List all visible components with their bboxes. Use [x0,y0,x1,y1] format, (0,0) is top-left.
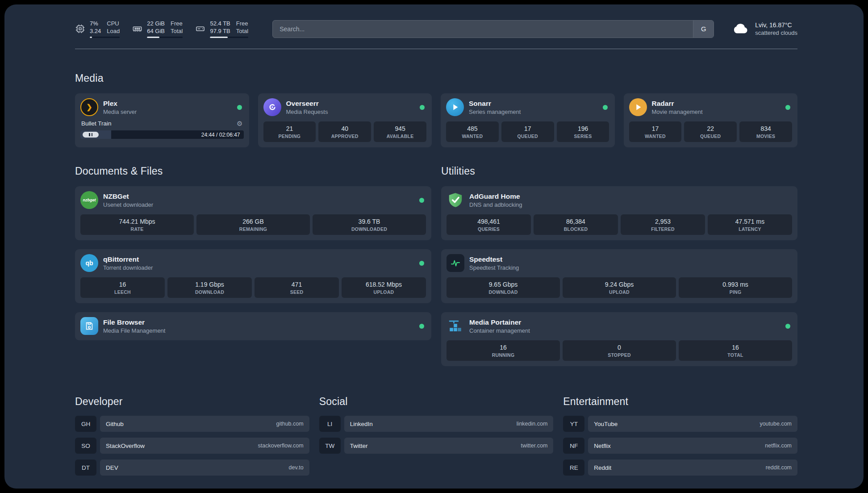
status-dot-online [420,105,425,110]
stat-tile: 0 STOPPED [563,340,676,361]
stat-tile: 86,384 BLOCKED [534,214,618,235]
section-utilities: Utilities [441,165,797,366]
bookmark-linkedin[interactable]: LI LinkedIn linkedin.com [319,416,554,432]
sonarr-icon [446,98,464,116]
disk-free-label: Free [236,20,248,27]
adguard-icon [447,191,464,209]
bookmark-youtube[interactable]: YT YouTube youtube.com [563,416,797,432]
bookmark-url: netflix.com [765,443,792,449]
service-card-overseerr[interactable]: Overseerr Media Requests 21 PENDING 40 A… [258,93,432,147]
service-description: Movie management [652,109,703,115]
gear-icon[interactable] [237,120,242,127]
now-playing-title: Bullet Train [81,120,112,127]
search-provider-button[interactable]: G [693,21,714,38]
stat-tile: 47.571 ms LATENCY [708,214,792,235]
service-description: Usenet downloader [103,201,153,208]
service-description: Media server [103,109,137,115]
section-title-utilities: Utilities [441,165,797,177]
memory-total-value: 64 GiB [147,27,165,35]
speedtest-icon [447,254,464,272]
playback-progress-bar[interactable]: 24:44 / 02:06:47 [80,130,244,139]
cpu-widget: 7% 3.24 CPU Load [75,20,120,38]
disk-widget: 52.4 TB 97.9 TB Free Total [195,20,248,38]
stat-tile: 498,461 QUERIES [447,214,531,235]
header-divider [75,49,797,49]
stat-tile: 1.19 Gbps DOWNLOAD [167,277,252,298]
service-card-plex[interactable]: Plex Media server Bullet Train [75,93,249,147]
bookmark-netflix[interactable]: NF Netflix netflix.com [563,438,797,454]
service-card-radarr[interactable]: Radarr Movie management 17 WANTED 22 QUE… [624,93,798,147]
stat-tile: 834 MOVIES [739,121,792,142]
cloud-icon [732,22,750,35]
cpu-usage-value: 7% [90,20,101,27]
cpu-icon [75,24,85,34]
stat-tile: 471 SEED [255,277,339,298]
search-input[interactable] [273,21,693,38]
service-card-nzbget[interactable]: nzbget NZBGet Usenet downloader 744.21 M… [75,186,431,240]
service-description: Torrent downloader [103,264,153,271]
filebrowser-icon [80,317,98,335]
bookmark-github[interactable]: GH Github github.com [75,416,309,432]
service-name: NZBGet [103,192,153,201]
bookmark-name: StackOverflow [106,443,145,449]
section-title-social: Social [319,396,554,408]
bookmark-name: LinkedIn [350,421,373,427]
service-name: Media Portainer [469,318,530,327]
bookmark-url: github.com [276,421,304,427]
bookmark-name: Netflix [594,443,611,449]
pause-icon[interactable] [83,132,99,138]
bookmark-group-entertainment: Entertainment YT YouTube youtube.com NF … [563,396,797,476]
bookmark-reddit[interactable]: RE Reddit reddit.com [563,460,797,476]
disk-free-value: 52.4 TB [210,20,230,27]
memory-progress-bar [147,37,183,38]
section-title-entertainment: Entertainment [563,396,797,408]
bookmark-url: dev.to [289,464,304,471]
bookmark-abbr: YT [563,416,584,432]
service-name: Radarr [652,99,703,108]
bookmark-abbr: GH [75,416,96,432]
bookmark-group-developer: Developer GH Github github.com SO StackO… [75,396,309,476]
section-title-developer: Developer [75,396,309,408]
bookmark-name: DEV [106,464,118,471]
service-description: DNS and adblocking [469,201,522,208]
service-card-qbittorrent[interactable]: qb qBittorrent Torrent downloader 16 [75,249,431,303]
stat-tile: 485 WANTED [446,121,499,142]
radarr-icon [629,98,647,116]
dashboard: 7% 3.24 CPU Load [4,4,864,489]
portainer-icon [447,317,464,335]
disk-progress-bar [210,37,248,38]
bookmark-dev[interactable]: DT DEV dev.to [75,460,309,476]
weather-condition: scattered clouds [755,29,797,36]
status-dot-online [419,261,424,266]
service-card-filebrowser[interactable]: File Browser Media File Management [75,312,431,340]
bookmark-name: Reddit [594,464,611,471]
stat-tile: 40 APPROVED [318,121,371,142]
disk-total-label: Total [236,27,248,35]
service-description: Speedtest Tracking [469,264,519,271]
plex-now-playing-widget: Bullet Train 24:44 / 02:06:47 [80,120,244,139]
stat-tile: 16 RUNNING [447,340,560,361]
bookmark-stackoverflow[interactable]: SO StackOverflow stackoverflow.com [75,438,309,454]
status-dot-online [419,324,424,329]
disk-icon [195,24,205,34]
stat-tile: 266 GB REMAINING [196,214,310,235]
service-card-speedtest[interactable]: Speedtest Speedtest Tracking 9.65 Gbps D… [441,249,797,303]
weather-widget: Lviv, 16.87°C scattered clouds [732,21,797,36]
bookmark-abbr: TW [319,438,341,454]
bookmark-url: reddit.com [766,464,792,471]
stat-tile: 196 SERIES [557,121,609,142]
status-dot-online [603,105,608,110]
service-card-portainer[interactable]: Media Portainer Container management 16 … [441,312,797,366]
bookmark-twitter[interactable]: TW Twitter twitter.com [319,438,554,454]
memory-total-label: Total [171,27,183,35]
cpu-load-value: 3.24 [90,27,101,35]
bookmark-name: YouTube [594,421,618,427]
bookmark-group-social: Social LI LinkedIn linkedin.com TW Twitt… [319,396,554,476]
memory-icon [132,24,142,34]
bookmark-abbr: NF [563,438,584,454]
stat-tile: 39.6 TB DOWNLOADED [313,214,426,235]
service-card-sonarr[interactable]: Sonarr Series management 485 WANTED 17 Q… [441,93,615,147]
cpu-label: CPU [107,20,120,27]
service-card-adguard[interactable]: AdGuard Home DNS and adblocking 498,461 … [441,186,797,240]
plex-icon [80,98,98,116]
